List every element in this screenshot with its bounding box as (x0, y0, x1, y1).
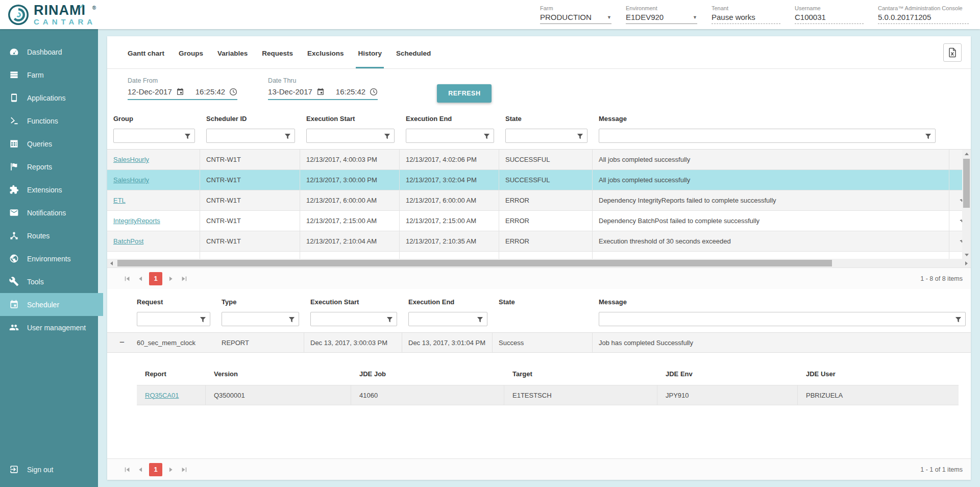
clock-picker-icon[interactable] (370, 88, 378, 96)
calendar-picker-icon[interactable] (176, 88, 184, 96)
filter-funnel-icon[interactable] (200, 316, 206, 325)
chevron-down-icon[interactable]: ▼ (607, 15, 611, 20)
tab-exclusions[interactable]: Exclusions (300, 37, 351, 68)
last-page-button[interactable] (178, 272, 191, 285)
sidebar-item-sign-out[interactable]: Sign out (0, 458, 98, 481)
vertical-scrollbar[interactable] (962, 150, 971, 259)
message-filter-input[interactable] (599, 129, 936, 143)
filter-funnel-icon[interactable] (955, 316, 962, 325)
tab-variables[interactable]: Variables (210, 37, 255, 68)
table-row[interactable]: ETL CNTR-W1T 12/13/2017, 6:00:00 AM 12/1… (107, 190, 971, 211)
message-filter-input[interactable] (599, 312, 966, 326)
sidebar-item-environments[interactable]: Environments (0, 247, 98, 270)
scroll-down-arrow[interactable] (962, 251, 971, 259)
group-link[interactable]: BatchPost (113, 237, 143, 245)
column-header-message[interactable]: Message (593, 293, 971, 310)
previous-page-button[interactable] (134, 272, 147, 285)
next-page-button[interactable] (164, 463, 178, 476)
column-header-message[interactable]: Message (593, 110, 941, 127)
tab-scheduled[interactable]: Scheduled (389, 37, 438, 68)
filter-funnel-icon[interactable] (483, 133, 490, 142)
scrollbar-thumb[interactable] (963, 159, 970, 208)
date-thru-date-value[interactable]: 13-Dec-2017 (268, 87, 312, 96)
column-header-execution-end[interactable]: Execution End (400, 110, 499, 127)
scroll-right-arrow[interactable] (962, 259, 971, 267)
filter-funnel-icon[interactable] (477, 316, 483, 325)
current-page-button[interactable]: 1 (149, 463, 162, 476)
filter-funnel-icon[interactable] (577, 133, 583, 142)
type-filter-input[interactable] (222, 312, 299, 326)
table-row-selected[interactable]: SalesHourly CNTR-W1T 12/13/2017, 3:00:00… (107, 170, 971, 190)
request-filter-input[interactable] (137, 312, 210, 326)
environment-select[interactable]: Environment E1DEV920▼ (626, 5, 697, 24)
sidebar-item-scheduler[interactable]: Scheduler (0, 293, 103, 316)
last-page-button[interactable] (178, 463, 191, 476)
filter-funnel-icon[interactable] (184, 133, 191, 142)
next-page-button[interactable] (164, 272, 178, 285)
export-excel-button[interactable] (943, 43, 962, 62)
calendar-picker-icon[interactable] (316, 88, 325, 96)
group-link[interactable]: SalesHourly (113, 176, 149, 184)
filter-funnel-icon[interactable] (386, 316, 393, 325)
execution-end-filter-input[interactable] (408, 312, 487, 326)
filter-funnel-icon[interactable] (288, 316, 295, 325)
column-header-state[interactable]: State (499, 110, 593, 127)
scroll-left-arrow[interactable] (107, 259, 116, 267)
sidebar-item-user-management[interactable]: User management (0, 316, 98, 339)
column-header-execution-start[interactable]: Execution Start (304, 293, 402, 310)
column-header-group[interactable]: Group (107, 110, 200, 127)
table-row[interactable]: BatchPost CNTR-W1T 12/13/2017, 2:10:04 A… (107, 231, 971, 252)
sidebar-item-extensions[interactable]: Extensions (0, 178, 98, 201)
column-header-execution-start[interactable]: Execution Start (300, 110, 400, 127)
group-link[interactable]: IntegrityReports (113, 217, 160, 225)
tab-gantt-chart[interactable]: Gantt chart (120, 37, 172, 68)
sidebar-item-routes[interactable]: Routes (0, 224, 98, 247)
column-header-scheduler-id[interactable]: Scheduler ID (200, 110, 300, 127)
sidebar-item-dashboard[interactable]: Dashboard (0, 40, 98, 63)
column-header-execution-end[interactable]: Execution End (402, 293, 493, 310)
first-page-button[interactable] (120, 272, 134, 285)
group-link[interactable]: SalesHourly (113, 156, 149, 163)
filter-funnel-icon[interactable] (284, 133, 291, 142)
time-from-value[interactable]: 16:25:42 (195, 87, 225, 96)
sidebar-item-functions[interactable]: Functions (0, 109, 98, 132)
table-row-clipped[interactable]: Manufacturing accounting CNTR-W1T 12/13/… (107, 252, 971, 259)
column-header-state[interactable]: State (493, 293, 593, 310)
execution-start-filter-input[interactable] (306, 129, 395, 143)
state-filter-input[interactable] (505, 129, 587, 143)
request-row-expanded[interactable]: − 60_sec_mem_clock REPORT Dec 13, 2017, … (107, 332, 971, 353)
horizontal-scrollbar[interactable] (107, 259, 971, 267)
collapse-row-button[interactable]: − (113, 337, 131, 348)
clock-picker-icon[interactable] (229, 88, 237, 96)
refresh-button[interactable]: REFRESH (437, 84, 492, 103)
group-link[interactable]: ETL (113, 197, 126, 204)
chevron-down-icon[interactable]: ▼ (693, 15, 697, 20)
filter-funnel-icon[interactable] (925, 133, 932, 142)
column-header-request[interactable]: Request (131, 293, 215, 310)
scheduler-id-filter-input[interactable] (206, 129, 295, 143)
sidebar-item-queries[interactable]: Queries (0, 132, 98, 155)
date-from-input[interactable]: 12-Dec-2017 16:25:42 (128, 87, 237, 100)
time-thru-value[interactable]: 16:25:42 (336, 87, 365, 96)
table-row[interactable]: SalesHourly CNTR-W1T 12/13/2017, 4:00:03… (107, 150, 971, 170)
scroll-up-arrow[interactable] (962, 150, 971, 158)
execution-start-filter-input[interactable] (310, 312, 397, 326)
group-filter-input[interactable] (113, 129, 195, 143)
execution-end-filter-input[interactable] (406, 129, 494, 143)
first-page-button[interactable] (120, 463, 134, 476)
farm-select[interactable]: Farm PRODUCTION▼ (540, 5, 611, 24)
date-thru-input[interactable]: 13-Dec-2017 16:25:42 (268, 87, 378, 100)
tab-requests[interactable]: Requests (255, 37, 300, 68)
date-from-date-value[interactable]: 12-Dec-2017 (128, 87, 172, 96)
tab-groups[interactable]: Groups (172, 37, 210, 68)
previous-page-button[interactable] (134, 463, 147, 476)
filter-funnel-icon[interactable] (384, 133, 390, 142)
current-page-button[interactable]: 1 (149, 272, 162, 285)
sidebar-item-tools[interactable]: Tools (0, 270, 98, 293)
sidebar-item-applications[interactable]: Applications (0, 86, 98, 109)
scrollbar-thumb[interactable] (117, 260, 832, 266)
tab-history[interactable]: History (351, 37, 389, 68)
report-link[interactable]: RQ35CA01 (145, 392, 179, 399)
sidebar-item-farm[interactable]: Farm (0, 63, 98, 86)
table-row[interactable]: IntegrityReports CNTR-W1T 12/13/2017, 2:… (107, 211, 971, 231)
